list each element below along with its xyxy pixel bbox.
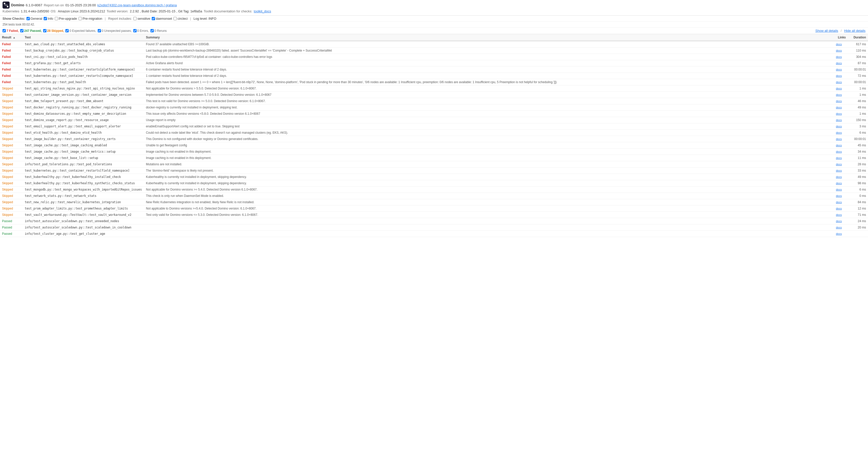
filter-reruns[interactable]: 0 Reruns: [151, 29, 167, 33]
docs-link[interactable]: docs: [836, 207, 842, 210]
docs-link[interactable]: docs: [836, 138, 842, 141]
links-cell[interactable]: docs: [834, 142, 848, 149]
docs-link[interactable]: docs: [836, 112, 842, 115]
check-premigration[interactable]: Pre-migration: [79, 17, 102, 21]
filter-failed[interactable]: 7 Failed,: [2, 29, 19, 33]
links-cell[interactable]: docs: [834, 218, 848, 225]
links-cell[interactable]: docs: [834, 168, 848, 174]
docs-link[interactable]: docs: [836, 182, 842, 185]
links-cell[interactable]: docs: [834, 225, 848, 231]
links-cell[interactable]: docs: [834, 66, 848, 73]
links-cell[interactable]: docs: [834, 41, 848, 48]
filter-skipped[interactable]: 28 Skipped,: [43, 29, 64, 33]
check-daemonset-checkbox[interactable]: [152, 17, 155, 20]
docs-link[interactable]: docs: [836, 232, 842, 235]
links-cell[interactable]: docs: [834, 60, 848, 66]
docs-link[interactable]: docs: [836, 43, 842, 46]
docs-link[interactable]: docs: [836, 163, 842, 166]
docs-link[interactable]: docs: [836, 55, 842, 58]
toolkit-docs-link[interactable]: toolkit_docs: [254, 9, 271, 13]
check-general[interactable]: General: [27, 17, 42, 21]
docs-link[interactable]: docs: [836, 194, 842, 197]
check-sensitive[interactable]: sensitive: [133, 17, 150, 21]
filter-passed[interactable]: 247 Passed,: [20, 29, 42, 33]
filter-errors-checkbox[interactable]: [133, 29, 136, 32]
svg-point-1: [4, 3, 5, 4]
links-cell[interactable]: docs: [834, 92, 848, 98]
filter-reruns-checkbox[interactable]: [151, 29, 154, 32]
links-cell[interactable]: docs: [834, 123, 848, 129]
filter-expected[interactable]: 0 Expected failures,: [65, 29, 96, 33]
docs-link[interactable]: docs: [836, 131, 842, 134]
docs-link[interactable]: docs: [836, 74, 842, 77]
links-cell[interactable]: docs: [834, 98, 848, 105]
links-cell[interactable]: docs: [834, 117, 848, 123]
duration-cell: 34 ms: [848, 149, 868, 155]
docs-link[interactable]: docs: [836, 118, 842, 121]
links-cell[interactable]: docs: [834, 48, 848, 54]
docs-link[interactable]: docs: [836, 68, 842, 71]
links-cell[interactable]: docs: [834, 212, 848, 218]
links-cell[interactable]: docs: [834, 231, 848, 237]
docs-link[interactable]: docs: [836, 87, 842, 90]
filter-skipped-checkbox[interactable]: [43, 29, 46, 32]
check-preupgrade-checkbox[interactable]: [55, 17, 58, 20]
check-preupgrade[interactable]: Pre-upgrade: [55, 17, 77, 21]
result-cell: Failed: [0, 54, 23, 60]
links-cell[interactable]: docs: [834, 73, 848, 79]
links-cell[interactable]: docs: [834, 161, 848, 168]
docs-link[interactable]: docs: [836, 62, 842, 65]
docs-link[interactable]: docs: [836, 156, 842, 159]
docs-link[interactable]: docs: [836, 220, 842, 223]
check-premigration-checkbox[interactable]: [79, 17, 82, 20]
links-cell[interactable]: docs: [834, 186, 848, 193]
links-cell[interactable]: docs: [834, 193, 848, 199]
docs-link[interactable]: docs: [836, 106, 842, 109]
links-cell[interactable]: docs: [834, 85, 848, 92]
links-cell[interactable]: docs: [834, 129, 848, 136]
links-cell[interactable]: docs: [834, 79, 848, 85]
docs-link[interactable]: docs: [836, 99, 842, 103]
show-all-link[interactable]: Show all details: [815, 29, 838, 33]
filter-errors[interactable]: 0 Errors,: [133, 29, 149, 33]
links-cell[interactable]: docs: [834, 180, 848, 186]
filter-unexpected-checkbox[interactable]: [98, 29, 101, 32]
docs-link[interactable]: docs: [836, 169, 842, 172]
docs-link[interactable]: docs: [836, 188, 842, 191]
docs-link[interactable]: docs: [836, 226, 842, 229]
docs-link[interactable]: docs: [836, 144, 842, 147]
hide-all-link[interactable]: Hide all details: [844, 29, 866, 33]
links-cell[interactable]: docs: [834, 155, 848, 161]
col-test[interactable]: Test: [23, 34, 144, 41]
docs-link[interactable]: docs: [836, 93, 842, 96]
links-cell[interactable]: docs: [834, 205, 848, 212]
links-cell[interactable]: docs: [834, 105, 848, 111]
filter-passed-checkbox[interactable]: [20, 29, 24, 32]
links-cell[interactable]: docs: [834, 149, 848, 155]
links-cell[interactable]: docs: [834, 199, 848, 205]
col-result[interactable]: Result ▲: [0, 34, 23, 41]
check-info-checkbox[interactable]: [44, 17, 47, 20]
docs-link[interactable]: docs: [836, 125, 842, 128]
check-sensitive-checkbox[interactable]: [133, 17, 136, 20]
check-circleci-checkbox[interactable]: [174, 17, 177, 20]
check-general-checkbox[interactable]: [27, 17, 30, 20]
links-cell[interactable]: docs: [834, 111, 848, 117]
filter-expected-checkbox[interactable]: [65, 29, 69, 32]
grafana-link[interactable]: k2xdist74302.cre-team-sandbox.domino.tec…: [97, 3, 177, 7]
docs-link[interactable]: docs: [836, 213, 842, 216]
links-cell[interactable]: docs: [834, 54, 848, 60]
col-duration[interactable]: Duration: [848, 34, 868, 41]
docs-link[interactable]: docs: [836, 49, 842, 52]
docs-link[interactable]: docs: [836, 81, 842, 84]
check-info[interactable]: Info: [44, 17, 53, 21]
docs-link[interactable]: docs: [836, 150, 842, 153]
links-cell[interactable]: docs: [834, 136, 848, 142]
links-cell[interactable]: docs: [834, 174, 848, 180]
filter-unexpected[interactable]: 0 Unexpected passes,: [98, 29, 132, 33]
check-circleci[interactable]: circleci: [174, 17, 188, 21]
check-daemonset[interactable]: daemonset: [152, 17, 172, 21]
docs-link[interactable]: docs: [836, 175, 842, 178]
filter-failed-checkbox[interactable]: [2, 29, 6, 32]
docs-link[interactable]: docs: [836, 201, 842, 204]
